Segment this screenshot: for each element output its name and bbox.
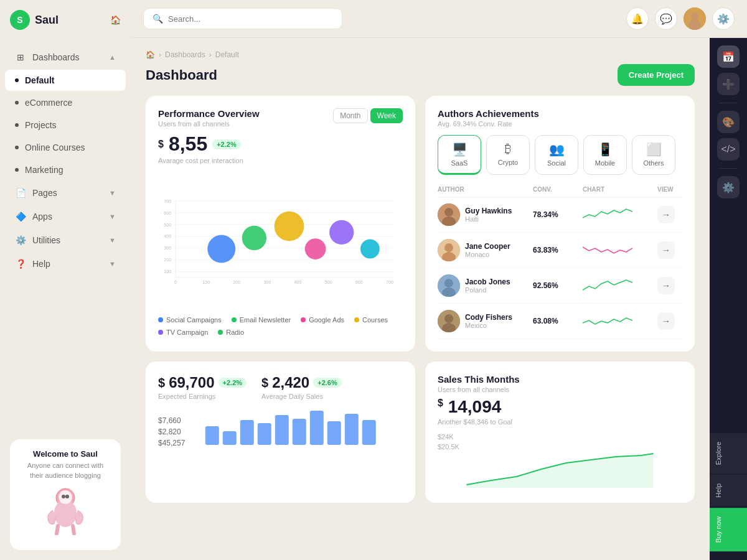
sales-value: $ 14,094: [438, 397, 682, 417]
legend-dot: [354, 317, 359, 322]
buy-now-button[interactable]: Buy now: [710, 508, 747, 551]
svg-point-48: [444, 314, 453, 323]
authors-subtitle: Avg. 69.34% Conv. Rate: [438, 120, 539, 128]
sidebar-item-marketing[interactable]: Marketing: [5, 159, 126, 180]
sidebar-item-online-courses[interactable]: Online Courses: [5, 137, 126, 158]
author-name-guy: Guy Hawkins: [465, 207, 512, 215]
tab-social-label: Social: [547, 159, 566, 167]
notifications-button[interactable]: 🔔: [626, 7, 649, 30]
tab-social[interactable]: 👥 Social: [535, 135, 578, 175]
svg-text:700: 700: [164, 199, 171, 203]
view-button-cody[interactable]: →: [657, 312, 675, 330]
svg-text:500: 500: [164, 223, 171, 227]
welcome-desc: Anyone can connect with their audience b…: [20, 461, 111, 480]
tab-crypto[interactable]: ₿ Crypto: [486, 135, 530, 175]
author-avatar-guy: [438, 203, 460, 226]
content-main: 🏠 › Dashboards › Default Dashboard Creat…: [131, 38, 710, 560]
earnings-label1: Expected Earnings: [158, 393, 247, 400]
table-row: Guy Hawkins Haiti 78.34% →: [438, 197, 682, 233]
view-button-jane[interactable]: →: [657, 241, 675, 259]
sidebar-item-apps[interactable]: 🔷 Apps ▼: [5, 205, 126, 228]
cards-row: Performance Overview Users from all chan…: [146, 96, 695, 352]
active-dot: [15, 78, 19, 82]
right-panel: 📅 ➕ 🎨 </> ⚙️ Explore Help Buy now: [710, 38, 747, 560]
tab-mobile-label: Mobile: [595, 159, 615, 167]
sidebar-item-dashboards[interactable]: ⊞ Dashboards ▲: [5, 46, 126, 68]
help-icon: ❓: [15, 258, 26, 269]
sales-y2: $20.5K: [438, 443, 682, 450]
settings-button[interactable]: ⚙️: [712, 7, 735, 30]
sidebar-label-dashboards: Dashboards: [32, 52, 80, 62]
create-project-button[interactable]: Create Project: [618, 64, 695, 86]
chevron-down-icon: ▼: [109, 189, 116, 197]
messages-button[interactable]: 💬: [655, 7, 677, 30]
expected-earnings-value: $ 69,700 +2.2%: [158, 374, 247, 391]
sidebar-collapse-icon[interactable]: 🏠: [110, 15, 121, 25]
svg-point-2: [59, 490, 72, 504]
sidebar-item-help[interactable]: ❓ Help ▼: [5, 253, 126, 275]
svg-point-6: [691, 12, 698, 20]
table-row: Jane Cooper Monaco 63.83% →: [438, 233, 682, 268]
sidebar-item-projects[interactable]: Projects: [5, 114, 126, 136]
authors-title-group: Authors Achievements Avg. 69.34% Conv. R…: [438, 108, 539, 128]
sidebar-item-ecommerce[interactable]: eCommerce: [5, 92, 126, 113]
grid-icon: ⊞: [15, 52, 26, 63]
search-box[interactable]: 🔍: [143, 8, 342, 29]
social-icon: 👥: [549, 142, 565, 157]
nav-dot: [15, 146, 19, 149]
search-input[interactable]: [168, 14, 333, 24]
authors-title: Authors Achievements: [438, 108, 539, 119]
sales-y1: $24K: [438, 433, 682, 441]
view-button-jacob[interactable]: →: [657, 277, 675, 294]
performance-title: Performance Overview: [158, 108, 260, 119]
tab-saas[interactable]: 🖥️ SaaS: [438, 135, 481, 175]
rp-settings-button[interactable]: ⚙️: [717, 176, 740, 198]
earnings-v3: $45,257: [158, 439, 185, 447]
sparkline-cody: [583, 312, 632, 330]
author-category-tabs: 🖥️ SaaS ₿ Crypto 👥 Social 📱: [438, 135, 682, 175]
sales-y-labels: $24K $20.5K: [438, 433, 682, 450]
chart-legend: Social Campaigns Email Newsletter Google…: [158, 316, 403, 336]
svg-marker-60: [467, 454, 654, 488]
tab-week[interactable]: Week: [370, 108, 403, 123]
earnings-change2: +2.6%: [313, 378, 342, 388]
user-avatar[interactable]: [684, 7, 706, 30]
sidebar-item-pages[interactable]: 📄 Pages ▼: [5, 182, 126, 204]
earnings-detail: $7,660 $2,820 $45,257: [158, 408, 403, 447]
col-chart: CHART: [583, 186, 657, 193]
explore-button[interactable]: Explore: [710, 433, 747, 474]
performance-card: Performance Overview Users from all chan…: [146, 96, 415, 352]
authors-card-header: Authors Achievements Avg. 69.34% Conv. R…: [438, 108, 682, 128]
rp-calendar-button[interactable]: 📅: [717, 45, 740, 68]
chevron-down-icon: ▼: [109, 236, 116, 244]
rp-code-button[interactable]: </>: [717, 138, 740, 161]
sidebar-item-utilities[interactable]: ⚙️ Utilities ▼: [5, 229, 126, 251]
rp-palette-button[interactable]: 🎨: [717, 111, 740, 133]
chevron-up-icon: ▲: [109, 54, 116, 61]
svg-point-4: [65, 495, 69, 498]
earnings-row: $ 69,700 +2.2% Expected Earnings $ 2,420…: [158, 374, 403, 400]
svg-point-37: [360, 240, 380, 259]
author-country-jacob: Poland: [465, 286, 510, 294]
breadcrumb-dashboards[interactable]: Dashboards: [165, 50, 205, 59]
tab-month[interactable]: Month: [333, 108, 367, 123]
svg-text:400: 400: [294, 280, 302, 284]
view-button-guy[interactable]: →: [657, 206, 675, 223]
col-author: AUTHOR: [438, 186, 533, 193]
legend-dot: [301, 317, 306, 322]
svg-rect-55: [293, 419, 306, 445]
legend-social-campaigns: Social Campaigns: [158, 316, 222, 324]
earnings-change1: +2.2%: [218, 378, 247, 388]
tab-others[interactable]: ⬜ Others: [632, 135, 675, 175]
help-button[interactable]: Help: [710, 475, 747, 506]
sidebar-label-ecommerce: eCommerce: [25, 98, 72, 108]
svg-point-42: [444, 243, 453, 252]
svg-rect-58: [345, 414, 359, 445]
tab-mobile[interactable]: 📱 Mobile: [583, 135, 627, 175]
rp-add-button[interactable]: ➕: [717, 73, 740, 95]
conv-rate-cody: 63.08%: [533, 317, 583, 325]
earnings-v1: $7,660: [158, 416, 185, 425]
sidebar-item-default[interactable]: Default: [5, 70, 126, 91]
app-name: Saul: [35, 14, 59, 27]
author-country-cody: Mexico: [465, 322, 512, 329]
